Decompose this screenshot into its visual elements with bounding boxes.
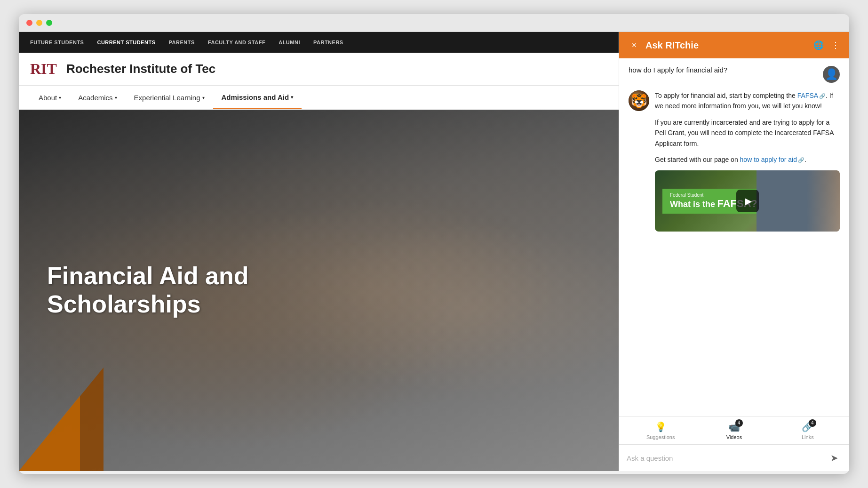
- browser-titlebar: [19, 14, 849, 32]
- user-message: how do I apply for financial aid? 👤: [629, 66, 840, 83]
- hero-title: Financial Aid and Scholarships: [47, 262, 249, 319]
- tab-videos[interactable]: 4 📹 Videos: [697, 417, 771, 444]
- tab-links-label: Links: [802, 434, 814, 440]
- more-options-icon[interactable]: ⋮: [831, 40, 840, 50]
- tab-links[interactable]: 4 🔗 Links: [771, 417, 844, 444]
- links-badge: 4: [809, 419, 816, 427]
- chat-input-area: ➤: [619, 444, 849, 471]
- rit-logo[interactable]: RIT: [30, 60, 57, 78]
- minimize-traffic-light[interactable]: [36, 20, 42, 26]
- suggestions-icon: 💡: [655, 421, 667, 432]
- top-nav: FUTURE STUDENTS CURRENT STUDENTS PARENTS…: [19, 32, 619, 53]
- maximize-traffic-light[interactable]: [46, 20, 52, 26]
- tab-suggestions-label: Suggestions: [646, 434, 675, 440]
- chat-input[interactable]: [627, 454, 822, 462]
- website: FUTURE STUDENTS CURRENT STUDENTS PARENTS…: [19, 32, 619, 471]
- chevron-down-icon: ▾: [202, 95, 205, 100]
- nav-academics[interactable]: Academics ▾: [70, 87, 125, 108]
- nav-future-students[interactable]: FUTURE STUDENTS: [30, 34, 84, 51]
- nav-experiential-learning[interactable]: Experiential Learning ▾: [126, 87, 213, 108]
- nav-current-students[interactable]: CURRENT STUDENTS: [97, 34, 155, 51]
- chat-close-button[interactable]: ×: [629, 40, 640, 51]
- bot-avatar-image: [629, 90, 649, 111]
- fafsa-link[interactable]: FAFSA: [797, 92, 818, 99]
- hero-section: Financial Aid and Scholarships: [19, 110, 619, 471]
- bot-message: To apply for financial aid, start by com…: [629, 90, 840, 232]
- nav-alumni[interactable]: ALUMNI: [279, 34, 300, 51]
- chat-header: × Ask RITchie 🌐 ⋮: [619, 32, 849, 58]
- external-link-icon: 🔗: [819, 93, 826, 99]
- bot-avatar: [629, 90, 649, 111]
- chat-panel: × Ask RITchie 🌐 ⋮ how do I apply for fin…: [619, 32, 849, 471]
- apply-for-aid-link[interactable]: how to apply for aid: [740, 156, 797, 163]
- fafsa-video-thumbnail[interactable]: Federal Student What is the FAFSA? ▶: [655, 170, 840, 232]
- browser-window: FUTURE STUDENTS CURRENT STUDENTS PARENTS…: [19, 14, 849, 474]
- nav-parents[interactable]: PARENTS: [169, 34, 195, 51]
- chevron-down-icon: ▾: [59, 95, 61, 100]
- video-person-image: [757, 170, 840, 232]
- close-traffic-light[interactable]: [26, 20, 32, 26]
- rit-header: RIT Rochester Institute of Tec: [19, 53, 619, 85]
- chat-tabs: 💡 Suggestions 4 📹 Videos 4 🔗 Links: [619, 416, 849, 444]
- bot-paragraph-3: Get started with our page on how to appl…: [655, 154, 840, 165]
- play-icon: ▶: [745, 195, 752, 207]
- bot-message-content: To apply for financial aid, start by com…: [655, 90, 840, 232]
- chevron-down-icon: ▾: [291, 95, 293, 100]
- hero-triangle-decoration-2: [19, 396, 80, 471]
- nav-about[interactable]: About ▾: [30, 87, 70, 108]
- videos-badge: 4: [735, 419, 743, 427]
- secondary-nav: About ▾ Academics ▾ Experiential Learnin…: [19, 85, 619, 110]
- user-message-text: how do I apply for financial aid?: [629, 66, 817, 74]
- chevron-down-icon: ▾: [115, 95, 117, 100]
- video-badge-main-text: What is the: [670, 200, 715, 209]
- chat-header-right: 🌐 ⋮: [813, 40, 840, 50]
- send-icon: ➤: [830, 452, 838, 464]
- tab-videos-label: Videos: [726, 434, 742, 440]
- chat-body[interactable]: how do I apply for financial aid? 👤 To a…: [619, 58, 849, 416]
- nav-admissions-aid[interactable]: Admissions and Aid ▾: [213, 87, 302, 109]
- video-play-button[interactable]: ▶: [736, 190, 759, 212]
- chat-title: Ask RITchie: [645, 40, 699, 51]
- nav-partners[interactable]: PARTNERS: [313, 34, 343, 51]
- user-icon: 👤: [825, 68, 838, 80]
- bot-paragraph-2: If you are currently incarcerated and ar…: [655, 117, 840, 149]
- nav-faculty-staff[interactable]: FACULTY AND STAFF: [208, 34, 265, 51]
- user-avatar: 👤: [823, 66, 840, 83]
- external-link-icon-2: 🔗: [798, 157, 804, 163]
- globe-icon[interactable]: 🌐: [813, 40, 824, 50]
- tab-suggestions[interactable]: 💡 Suggestions: [624, 417, 697, 444]
- hero-content: Financial Aid and Scholarships: [19, 243, 277, 337]
- bot-message-text: To apply for financial aid, start by com…: [655, 90, 840, 165]
- chat-header-left: × Ask RITchie: [629, 40, 699, 51]
- bot-paragraph-1: To apply for financial aid, start by com…: [655, 90, 840, 112]
- chat-send-button[interactable]: ➤: [827, 450, 842, 465]
- browser-content: FUTURE STUDENTS CURRENT STUDENTS PARENTS…: [19, 32, 849, 471]
- rit-full-name: Rochester Institute of Tec: [66, 62, 215, 76]
